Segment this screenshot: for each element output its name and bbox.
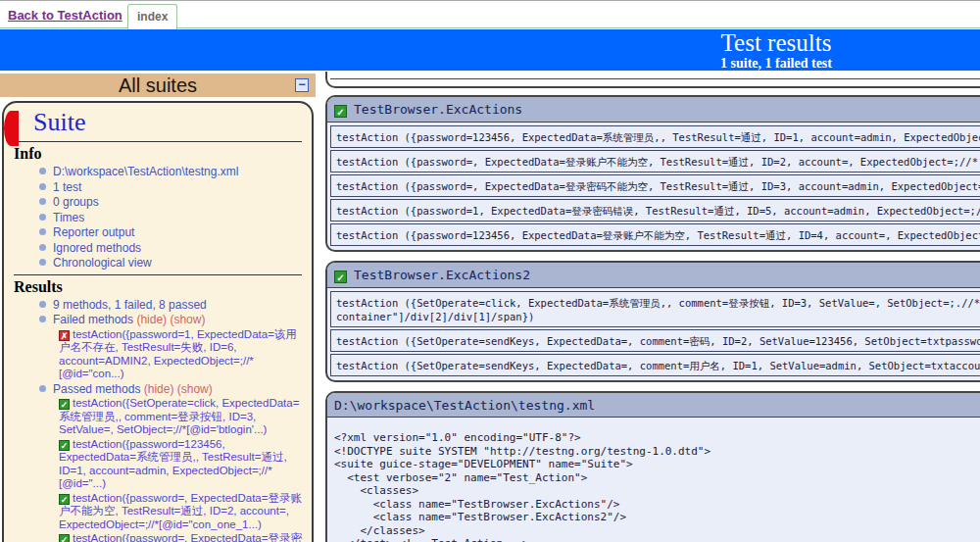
divider: [330, 72, 980, 79]
class-panel-header: ✓TestBrowser.ExcActions: [327, 97, 980, 123]
xml-code-block: <?xml version="1.0" encoding="UTF-8"?> <…: [327, 418, 980, 542]
sidebar-item-ignored-methods[interactable]: Ignored methods: [53, 241, 141, 255]
class-panel-body: testAction ({password=123456, ExpectedDa…: [327, 123, 980, 250]
top-navigation-bar: Back to TestAction index: [0, 0, 980, 28]
test-method-row: testAction ({SetOperate=sendKeys, Expect…: [330, 354, 980, 376]
list-item: 1 test: [39, 180, 302, 195]
bullet-icon: [39, 316, 46, 322]
test-method-text: testAction ({password=, ExpectedData=登录账…: [336, 155, 980, 169]
page-title: Test results: [325, 30, 980, 56]
sidebar-item-groups[interactable]: 0 groups: [53, 195, 99, 209]
failed-hide-link[interactable]: (hide): [136, 313, 167, 326]
suite-title[interactable]: Suite: [33, 108, 302, 137]
code-line: <suite guice-stage="DEVELOPMENT" name="S…: [334, 458, 980, 471]
failed-method-entry[interactable]: ✗testAction({password=1, ExpectedData=该用…: [59, 328, 302, 381]
failed-method-label[interactable]: testAction({password=1, ExpectedData=该用户…: [59, 328, 297, 380]
class-title: TestBrowser.ExcActions: [354, 102, 522, 117]
page-subtitle: 1 suite, 1 failed test: [325, 56, 980, 71]
passed-method-label[interactable]: testAction({password=, ExpectedData=登录账户…: [59, 492, 302, 530]
suites-navigator: All suites − Suite Info D:\workspace\Tes…: [0, 74, 316, 542]
suite-card: Suite Info D:\workspace\TestAction\testn…: [2, 101, 314, 542]
passed-check-icon: ✓: [59, 494, 70, 505]
bullet-icon: [39, 385, 46, 392]
passed-method-entry[interactable]: ✓testAction({password=123456, ExpectedDa…: [59, 438, 302, 491]
class-title: TestBrowser.ExcActions2: [354, 268, 530, 282]
testng-xml-panel: D:\workspace\TestAction\testng.xml <?xml…: [325, 391, 980, 542]
passed-method-label[interactable]: testAction({password=, ExpectedData=登录密码…: [59, 532, 302, 542]
failed-methods-link[interactable]: Failed methods: [53, 313, 133, 326]
back-to-testaction-link[interactable]: Back to TestAction: [8, 8, 122, 23]
code-line: </test> <!-- Test_Action -->: [334, 537, 980, 542]
passed-check-icon: ✓: [59, 440, 70, 451]
code-line: <classes>: [334, 484, 980, 498]
test-method-row: testAction ({SetOperate=click, ExpectedD…: [330, 291, 980, 327]
passed-check-icon: ✓: [334, 105, 347, 118]
test-method-row: testAction ({password=123456, ExpectedDa…: [330, 223, 980, 246]
code-line: <?xml version="1.0" encoding="UTF-8"?>: [334, 431, 980, 445]
failed-show-link[interactable]: (show): [170, 313, 205, 326]
collapse-icon[interactable]: −: [295, 78, 309, 92]
passed-method-label[interactable]: testAction({password=123456, ExpectedDat…: [59, 438, 287, 490]
code-line: </classes>: [334, 524, 980, 538]
test-method-row: testAction ({password=, ExpectedData=登录账…: [330, 150, 980, 172]
test-method-text: testAction ({SetOperate=click, ExpectedD…: [336, 296, 980, 310]
passed-method-label[interactable]: testAction({SetOperate=click, ExpectedDa…: [59, 397, 299, 435]
code-line: <test verbose="2" name="Test_Action">: [334, 471, 980, 485]
test-method-text: testAction ({password=123456, ExpectedDa…: [336, 228, 980, 242]
bullet-icon: [39, 259, 46, 266]
test-method-text: container"]/div[2]/div[1]/span}): [336, 310, 980, 323]
all-suites-header: All suites −: [0, 74, 316, 97]
passed-methods-link[interactable]: Passed methods: [53, 382, 140, 396]
sidebar-item-tests[interactable]: 1 test: [53, 180, 81, 194]
results-list: 9 methods, 1 failed, 8 passed Failed met…: [14, 298, 302, 542]
methods-summary-link[interactable]: 9 methods, 1 failed, 8 passed: [53, 298, 207, 312]
divider: [14, 141, 302, 142]
bullet-icon: [39, 301, 46, 308]
scrolled-panel-bottom: [325, 72, 980, 88]
class-panel-header: ✓TestBrowser.ExcActions2: [327, 263, 980, 288]
sidebar-item-reporter-output[interactable]: Reporter output: [53, 225, 134, 239]
passed-method-entry[interactable]: ✓testAction({password=, ExpectedData=登录密…: [59, 532, 302, 542]
list-item: Times: [39, 211, 302, 225]
test-method-row: testAction ({password=1, ExpectedData=登录…: [330, 199, 980, 222]
suite-red-badge-icon: [4, 111, 19, 146]
list-item: Chronological view: [39, 256, 302, 271]
results-heading: Results: [14, 278, 302, 296]
test-method-row: testAction ({password=, ExpectedData=登录密…: [330, 174, 980, 197]
sidebar-item-chronological-view[interactable]: Chronological view: [53, 256, 152, 270]
test-method-text: testAction ({password=123456, ExpectedDa…: [336, 130, 980, 144]
passed-show-link[interactable]: (show): [177, 382, 213, 396]
bullet-icon: [39, 228, 46, 235]
bullet-icon: [39, 168, 46, 174]
test-method-text: testAction ({SetOperate=sendKeys, Expect…: [336, 359, 980, 372]
passed-check-icon: ✓: [59, 534, 70, 542]
code-line: <!DOCTYPE suite SYSTEM "http://testng.or…: [334, 445, 980, 459]
bullet-icon: [39, 244, 46, 251]
class-panel-body: testAction ({SetOperate=click, ExpectedD…: [327, 288, 980, 380]
list-item: 0 groups: [39, 195, 302, 210]
info-link-list: D:\workspace\TestAction\testng.xml 1 tes…: [14, 165, 302, 271]
list-item: Ignored methods: [39, 241, 302, 256]
testng-xml-header: D:\workspace\TestAction\testng.xml: [327, 393, 980, 418]
list-item: Reporter output: [39, 225, 302, 240]
passed-check-icon: ✓: [59, 399, 70, 410]
sidebar-item-testng-xml[interactable]: D:\workspace\TestAction\testng.xml: [53, 165, 238, 178]
results-main-panel: ✓TestBrowser.ExcActions testAction ({pas…: [325, 72, 980, 542]
tab-index[interactable]: index: [127, 4, 177, 29]
test-method-text: testAction ({password=1, ExpectedData=登录…: [336, 204, 980, 218]
all-suites-label: All suites: [119, 74, 197, 96]
passed-method-entry[interactable]: ✓testAction({password=, ExpectedData=登录账…: [59, 492, 302, 532]
info-heading: Info: [14, 145, 302, 163]
list-item: D:\workspace\TestAction\testng.xml: [39, 165, 302, 179]
bullet-icon: [39, 198, 46, 205]
test-method-text: testAction ({password=, ExpectedData=登录密…: [336, 179, 980, 193]
divider: [14, 274, 302, 275]
code-line: <class name="TestBrowser.ExcActions"/>: [334, 498, 980, 512]
test-method-row: testAction ({password=123456, ExpectedDa…: [330, 125, 980, 148]
passed-method-entry[interactable]: ✓testAction({SetOperate=click, ExpectedD…: [59, 397, 302, 437]
test-method-row: testAction ({SetOperate=sendKeys, Expect…: [330, 329, 980, 352]
sidebar-item-times[interactable]: Times: [53, 211, 84, 224]
bullet-icon: [39, 214, 46, 221]
passed-hide-link[interactable]: (hide): [144, 382, 174, 396]
class-panel-excactions2: ✓TestBrowser.ExcActions2 testAction ({Se…: [325, 261, 980, 382]
